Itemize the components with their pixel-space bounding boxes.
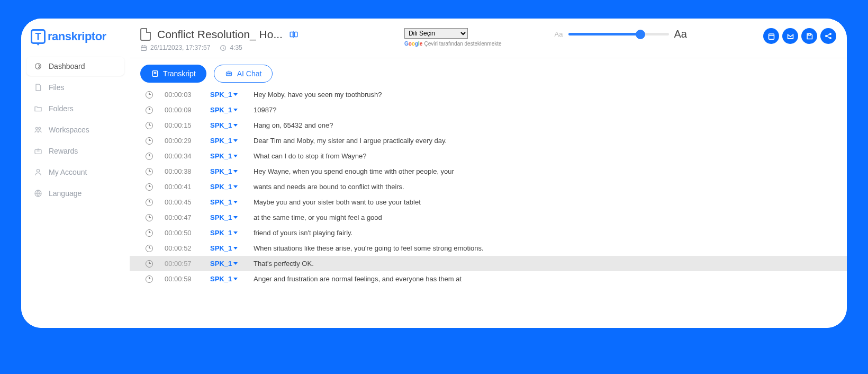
speaker-select[interactable]: SPK_1 (210, 106, 242, 114)
font-small-label: Aa (555, 30, 563, 38)
speaker-select[interactable]: SPK_1 (210, 213, 242, 221)
sidebar-item-label: Rewards (49, 147, 78, 155)
transcript-row[interactable]: 00:00:15SPK_1Hang on, 65432 and one? (130, 118, 847, 133)
save-button[interactable] (801, 28, 817, 44)
transcript-text[interactable]: What can I do to stop it from Wayne? (254, 152, 366, 160)
transcript-row[interactable]: 00:00:34SPK_1What can I do to stop it fr… (130, 148, 847, 164)
timestamp: 00:00:47 (165, 213, 198, 221)
font-size-control: Aa Aa (555, 28, 687, 40)
chevron-down-icon (233, 231, 238, 234)
transcript-row[interactable]: 00:00:29SPK_1Dear Tim and Moby, my siste… (130, 133, 847, 148)
sidebar-item-language[interactable]: Language (26, 184, 124, 203)
timestamp: 00:00:34 (165, 152, 198, 160)
tab-ai-chat[interactable]: AI Chat (214, 65, 273, 83)
chevron-down-icon (233, 278, 238, 280)
transcript-text[interactable]: Hey Wayne, when you spend enough time wi… (254, 167, 454, 175)
speaker-select[interactable]: SPK_1 (210, 260, 242, 268)
sidebar-item-workspaces[interactable]: Workspaces (26, 120, 124, 139)
clock-icon (146, 122, 153, 129)
sidebar-item-dashboard[interactable]: Dashboard (26, 57, 124, 76)
share-button[interactable] (820, 28, 836, 44)
export-button[interactable] (782, 28, 798, 44)
transcript-text[interactable]: wants and needs are bound to conflict wi… (254, 183, 404, 191)
calendar-icon (140, 44, 147, 51)
transcript-row[interactable]: 00:00:09SPK_110987? (130, 102, 847, 118)
tab-transcript-label: Transkript (163, 69, 196, 78)
transcript-row[interactable]: 00:00:52SPK_1When situations like these … (130, 241, 847, 256)
transcript-row[interactable]: 00:00:41SPK_1wants and needs are bound t… (130, 179, 847, 194)
speaker-select[interactable]: SPK_1 (210, 183, 242, 191)
svg-rect-7 (294, 32, 297, 37)
sidebar-item-rewards[interactable]: Rewards (26, 141, 124, 161)
language-select[interactable]: Dili Seçin (404, 28, 468, 39)
speaker-select[interactable]: SPK_1 (210, 91, 242, 99)
transcript-row[interactable]: 00:00:50SPK_1friend of yours isn't playi… (130, 225, 847, 241)
chevron-down-icon (233, 185, 238, 188)
schedule-button[interactable] (763, 28, 779, 44)
timestamp: 00:00:09 (165, 106, 198, 114)
timestamp: 00:00:57 (165, 260, 198, 268)
speaker-select[interactable]: SPK_1 (210, 167, 242, 175)
transcript-text[interactable]: friend of yours isn't playing fairly. (254, 229, 352, 237)
transcript-text[interactable]: Anger and frustration are normal feeling… (254, 275, 462, 283)
speaker-select[interactable]: SPK_1 (210, 198, 242, 206)
speaker-select[interactable]: SPK_1 (210, 121, 242, 129)
speaker-select[interactable]: SPK_1 (210, 152, 242, 160)
transcript-text[interactable]: That's perfectly OK. (254, 260, 314, 268)
svg-rect-14 (768, 34, 774, 39)
sidebar-item-label: Workspaces (49, 126, 89, 134)
meta-date: 26/11/2023, 17:37:57 (140, 44, 210, 51)
header: Conflict Resolution_ Ho... 26/11/2023, 1… (130, 19, 847, 58)
clock-icon (220, 44, 227, 51)
transcript-text[interactable]: Hey Moby, have you seen my toothbrush? (254, 91, 382, 99)
svg-point-26 (227, 73, 228, 74)
transcript-row[interactable]: 00:00:45SPK_1Maybe you and your sister b… (130, 194, 847, 210)
transcript-text[interactable]: Hang on, 65432 and one? (254, 121, 333, 129)
transcript-text[interactable]: Dear Tim and Moby, my sister and I argue… (254, 137, 447, 145)
tab-ai-chat-label: AI Chat (237, 69, 262, 78)
nav-icon (34, 62, 42, 70)
svg-rect-3 (35, 149, 41, 154)
font-slider[interactable] (568, 33, 669, 35)
translate-block: Dili Seçin Google Çeviri tarafından dest… (404, 28, 502, 47)
page-title: Conflict Resolution_ Ho... (157, 28, 283, 41)
chevron-down-icon (233, 216, 238, 219)
sidebar-item-files[interactable]: Files (26, 78, 124, 97)
rename-icon[interactable] (289, 30, 299, 39)
timestamp: 00:00:15 (165, 121, 198, 129)
transcript-text[interactable]: 10987? (254, 106, 276, 114)
nav-icon (34, 147, 42, 155)
svg-point-27 (229, 73, 230, 74)
speaker-select[interactable]: SPK_1 (210, 229, 242, 237)
speaker-select[interactable]: SPK_1 (210, 244, 242, 252)
timestamp: 00:00:38 (165, 167, 198, 175)
transcript-row[interactable]: 00:00:57SPK_1That's perfectly OK. (130, 256, 847, 271)
transcript-row[interactable]: 00:00:47SPK_1at the same time, or you mi… (130, 210, 847, 225)
transcript-text[interactable]: Maybe you and your sister both want to u… (254, 198, 421, 206)
transcript-text[interactable]: When situations like these arise, you're… (254, 244, 484, 252)
speaker-select[interactable]: SPK_1 (210, 275, 242, 283)
sidebar-item-label: Folders (49, 104, 74, 113)
svg-point-4 (37, 170, 39, 172)
chevron-down-icon (233, 109, 238, 111)
timestamp: 00:00:45 (165, 198, 198, 206)
transcript-text[interactable]: at the same time, or you might feel a go… (254, 213, 382, 221)
chevron-down-icon (233, 170, 238, 173)
tab-transcript[interactable]: Transkript (140, 65, 206, 83)
main: Conflict Resolution_ Ho... 26/11/2023, 1… (130, 19, 847, 328)
timestamp: 00:00:52 (165, 244, 198, 252)
speaker-select[interactable]: SPK_1 (210, 137, 242, 145)
transcript-row[interactable]: 00:00:03SPK_1Hey Moby, have you seen my … (130, 87, 847, 102)
nav-icon (34, 83, 42, 92)
svg-point-1 (35, 127, 38, 129)
chevron-down-icon (233, 262, 238, 265)
nav-icon (34, 126, 42, 134)
logo[interactable]: T ranskriptor (26, 29, 124, 44)
sidebar-item-my-account[interactable]: My Account (26, 163, 124, 182)
transcript-row[interactable]: 00:00:38SPK_1Hey Wayne, when you spend e… (130, 164, 847, 179)
transcript-row[interactable]: 00:00:59SPK_1Anger and frustration are n… (130, 271, 847, 287)
clock-icon (146, 214, 153, 221)
chevron-down-icon (233, 201, 238, 203)
sidebar-item-folders[interactable]: Folders (26, 99, 124, 118)
slider-thumb[interactable] (636, 30, 645, 39)
